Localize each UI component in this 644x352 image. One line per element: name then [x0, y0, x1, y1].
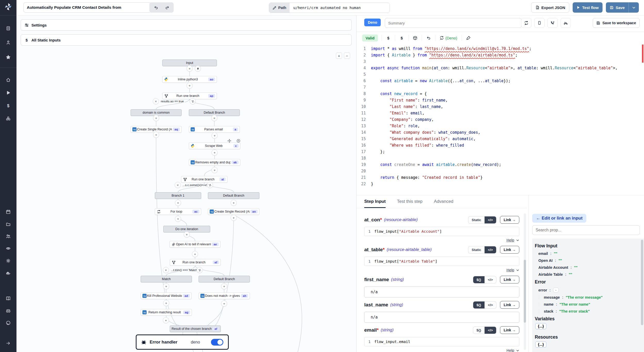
sidebar-item-person[interactable] [6, 40, 11, 45]
add-step-button[interactable]: + [163, 283, 169, 289]
remove-branch-button[interactable]: × [153, 98, 159, 104]
prop-item-message[interactable]: message:"The error message" [539, 295, 640, 299]
remove-branch-button[interactable]: × [175, 182, 181, 188]
input-mode-toggle[interactable]: Static</> [468, 246, 496, 254]
prop-item-error[interactable]: error:- [535, 288, 640, 292]
trigger-bolt-icon[interactable] [195, 65, 201, 72]
delete-node-button[interactable] [235, 138, 241, 144]
expression-editor[interactable]: 1flow_input.email [364, 337, 519, 346]
prop-item-email[interactable]: email:"" [535, 252, 640, 256]
sidebar-item-folder[interactable] [6, 222, 11, 227]
add-resource-button[interactable]: $ [395, 35, 408, 41]
sidebar-item-docker[interactable] [6, 271, 11, 276]
toggle-code[interactable]: </> [485, 301, 496, 308]
add-step-button[interactable]: + [192, 251, 198, 257]
remove-branch-button[interactable]: × [163, 267, 169, 273]
graph-node-for-loop[interactable]: For loopac [155, 208, 201, 215]
swap-branch-button[interactable] [190, 98, 196, 104]
prop-item-airtable-account[interactable]: Airtable Account:"" [535, 265, 640, 270]
early-stop-button[interactable] [534, 18, 545, 28]
suspend-button[interactable] [547, 18, 558, 28]
collapse-button[interactable]: - [553, 288, 559, 292]
sidebar-item-play[interactable] [6, 90, 11, 95]
language-badge[interactable]: Deno [364, 19, 381, 26]
windmill-logo-icon[interactable] [4, 2, 13, 11]
reset-button[interactable] [422, 35, 435, 41]
object-expand-button[interactable]: {...} [535, 341, 546, 348]
graph-node-branch-default-3[interactable]: Default Branch [199, 276, 250, 282]
help-link[interactable]: Help [506, 348, 514, 352]
graph-node-run-one-branch-af[interactable]: Run one branchaf [170, 259, 221, 266]
add-step-button[interactable]: + [211, 167, 218, 173]
export-json-button[interactable]: Export JSON [531, 2, 570, 13]
test-flow-button[interactable]: Test flow [573, 2, 603, 13]
step-scrollbar[interactable] [524, 213, 526, 350]
path-input[interactable] [290, 3, 389, 13]
add-variable-button[interactable]: $ [382, 35, 395, 41]
graph-node-return-matching-result[interactable]: TSReturn matching resultag [141, 309, 192, 316]
sidebar-item-github[interactable] [6, 320, 11, 325]
add-step-button[interactable]: + [187, 82, 193, 89]
value-input[interactable]: n/a [364, 287, 519, 297]
redo-button[interactable] [162, 3, 173, 12]
reload-language-button[interactable]: (Deno) [435, 35, 462, 41]
sidebar-item-calendar[interactable] [6, 209, 11, 214]
add-step-button[interactable]: + [153, 115, 159, 121]
add-step-button[interactable]: + [175, 200, 181, 206]
link-button[interactable]: Link → [500, 301, 519, 309]
swap-branch-button[interactable] [207, 182, 213, 188]
object-expand-button[interactable]: {...} [535, 323, 546, 329]
edit-or-link-back-button[interactable]: ← Edit or link an input [532, 214, 586, 223]
flow-title-input[interactable] [23, 2, 151, 13]
prop-scrollbar[interactable] [641, 240, 643, 349]
toggle-static[interactable]: ${} [473, 276, 485, 283]
graph-node-parses-email[interactable]: TSParses emaila [189, 126, 240, 133]
add-step-button[interactable]: + [221, 300, 227, 307]
code-editor[interactable]: 1import * as wmill from "https://deno.la… [357, 44, 644, 197]
swap-branch-button[interactable] [197, 267, 203, 273]
tab-test-this-step[interactable]: Test this step [397, 199, 422, 208]
move-node-button[interactable] [226, 138, 232, 144]
sidebar-item-arrow-right[interactable] [6, 341, 11, 346]
add-step-button[interactable]: + [231, 200, 237, 206]
graph-node-branch-default-2[interactable]: Default Branch [208, 192, 259, 199]
add-step-button[interactable]: + [163, 317, 169, 323]
add-step-button[interactable]: + [187, 65, 193, 72]
graph-node-branch-1[interactable]: Branch 1 [155, 192, 201, 199]
input-mode-toggle[interactable]: ${}</> [473, 301, 497, 309]
graph-node-scrape-web[interactable]: Scrape Webc [189, 143, 240, 149]
tab-step-input[interactable]: Step Input [364, 199, 386, 208]
toggle-static[interactable]: Static [468, 216, 485, 223]
add-step-button[interactable]: + [184, 231, 190, 238]
add-step-button[interactable]: + [231, 215, 237, 221]
sidebar-item-building[interactable] [6, 26, 11, 31]
sidebar-item-eye[interactable] [6, 246, 11, 251]
sidebar-item-discord[interactable] [6, 308, 11, 313]
help-link[interactable]: Help [506, 268, 514, 272]
graph-node-create-single-record-an[interactable]: TSCreate Single Record (Airtable)an [208, 208, 259, 215]
add-step-button[interactable]: + [221, 283, 227, 289]
toggle-code[interactable]: </> [485, 216, 496, 223]
format-button[interactable] [462, 35, 475, 41]
toggle-code[interactable]: </> [485, 246, 496, 253]
link-button[interactable]: Link → [500, 326, 519, 334]
toggle-code[interactable]: </> [485, 327, 496, 334]
error-handler-node[interactable]: Error handler deno [136, 334, 229, 350]
add-step-button[interactable]: + [211, 115, 217, 121]
sidebar-item-book[interactable] [6, 296, 11, 301]
sidebar-item-dollar[interactable]: $ [6, 103, 11, 108]
graph-node-does-not-match-empty[interactable]: TSDoes not match -> gives empty valueah [199, 292, 250, 299]
prop-item-open-ai[interactable]: Open AI:"" [535, 258, 640, 263]
expression-editor[interactable]: 1flow_input["Airtable Account"] [364, 227, 519, 236]
error-handler-toggle[interactable] [211, 339, 223, 346]
input-mode-toggle[interactable]: ${}</> [473, 326, 497, 334]
undo-button[interactable] [150, 3, 161, 12]
save-dropdown-button[interactable] [629, 2, 639, 13]
save-button[interactable]: Save [606, 2, 629, 13]
link-button[interactable]: Link → [500, 246, 519, 254]
summary-input[interactable] [385, 18, 522, 28]
graph-node-inline-python3[interactable]: Inline python3ao [162, 76, 217, 83]
help-link[interactable]: Help [506, 238, 514, 242]
link-button[interactable]: Link → [500, 216, 519, 224]
value-input[interactable]: n/a [364, 312, 519, 323]
